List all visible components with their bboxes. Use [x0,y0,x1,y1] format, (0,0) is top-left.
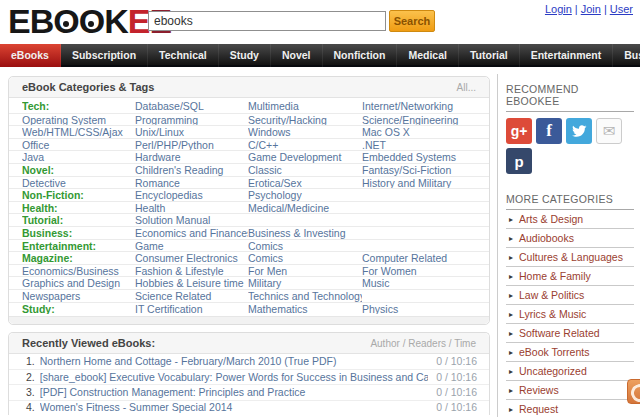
recent-ebook-link[interactable]: [PDF] Construction Management: Principle… [40,385,428,400]
tag-link-psychology[interactable]: Psychology [248,189,362,201]
tag-link-consumer-electronics[interactable]: Consumer Electronics [135,252,248,264]
tag-link-game[interactable]: Game [135,240,248,252]
facebook-icon[interactable]: f [536,118,562,144]
top-link-join[interactable]: Join [581,3,601,15]
tag-link-multimedia[interactable]: Multimedia [248,100,362,113]
nav-item-business[interactable]: Business [613,44,640,67]
tag-link-detective[interactable]: Detective [22,177,135,189]
tag-link-technics-and-technology[interactable]: Technics and Technology [248,290,362,302]
twitter-icon[interactable] [566,118,592,144]
nav-item-tutorial[interactable]: Tutorial [459,44,520,67]
tag-link-physics[interactable]: Physics [362,303,489,315]
tag-link-science-engineering[interactable]: Science/Engineering [362,114,489,126]
sidebar-category-software-related[interactable]: ▸Software Related [506,324,634,343]
tag-link-comics[interactable]: Comics [248,252,362,264]
tag-link-romance[interactable]: Romance [135,177,248,189]
sidebar-category-cultures-languages[interactable]: ▸Cultures & Languages [506,248,634,267]
nav-item-study[interactable]: Study [219,44,271,67]
tag-link-for-men[interactable]: For Men [248,265,362,277]
tag-link-game-development[interactable]: Game Development [248,151,362,163]
tag-link-music[interactable]: Music [362,277,489,289]
tag-link-hardware[interactable]: Hardware [135,151,248,163]
tag-link-operating-system[interactable]: Operating System [22,114,135,126]
search-button[interactable]: Search [389,10,435,32]
nav-item-novel[interactable]: Novel [271,44,323,67]
search-input[interactable] [148,11,386,31]
top-link-user[interactable]: User [610,3,633,15]
tag-link-economics-business[interactable]: Economics/Business [22,265,135,277]
tag-link-web-html-css-ajax[interactable]: Web/HTML/CSS/Ajax [22,126,135,138]
tag-link-mac-os-x[interactable]: Mac OS X [362,126,489,138]
sidebar-category-ebook-torrents[interactable]: ▸eBook Torrents [506,343,634,362]
tag-link-classic[interactable]: Classic [248,164,362,176]
nav-item-technical[interactable]: Technical [148,44,219,67]
tag-link-fantasy-sci-fiction[interactable]: Fantasy/Sci-Fiction [362,164,489,176]
nav-item-ebooks[interactable]: eBooks [0,44,61,67]
sidebar-category-uncategorized[interactable]: ▸Uncategorized [506,362,634,381]
category-label-non-fiction[interactable]: Non-Fiction: [22,189,135,201]
tag-link-it-certification[interactable]: IT Certification [135,303,248,315]
tag-link-fashion-lifestyle[interactable]: Fashion & Lifestyle [135,265,248,277]
tag-link-computer-related[interactable]: Computer Related [362,252,489,264]
tag-link-security-hacking[interactable]: Security/Hacking [248,114,362,126]
tag-link-hobbies-leisure-time[interactable]: Hobbies & Leisure time [135,277,248,289]
tag-link-windows[interactable]: Windows [248,126,362,138]
category-label-health[interactable]: Health: [22,202,135,214]
tag-link-office[interactable]: Office [22,139,135,151]
category-label-magazine[interactable]: Magazine: [22,252,135,264]
tag-link-unix-linux[interactable]: Unix/Linux [135,126,248,138]
tag-link-science-related[interactable]: Science Related [135,290,248,302]
content-sidebar-divider [497,74,498,417]
email-icon[interactable]: ✉ [596,118,622,144]
tag-link-medical-medicine[interactable]: Medical/Medicine [248,202,362,214]
tag-link-graphics-and-design[interactable]: Graphics and Design [22,277,135,289]
category-label-entertainment[interactable]: Entertainment: [22,240,135,252]
pocket-icon[interactable]: p [506,148,532,174]
category-label-tech[interactable]: Tech: [22,100,135,113]
feed-badge-icon[interactable] [627,379,640,404]
ebookee-logo[interactable]: EBOOKEE [8,2,171,41]
category-label-novel[interactable]: Novel: [22,164,135,176]
tag-link-newspapers[interactable]: Newspapers [22,290,135,302]
recent-ebook-link[interactable]: Women's Fitness - Summer Special 2014 [40,400,428,415]
tag-link-net[interactable]: .NET [362,139,489,151]
tag-link-java[interactable]: Java [22,151,135,163]
tag-link-solution-manual[interactable]: Solution Manual [135,214,248,226]
tag-link-health[interactable]: Health [135,202,248,214]
tag-link-internet-networking[interactable]: Internet/Networking [362,100,489,113]
tag-link-children-s-reading[interactable]: Children's Reading [135,164,248,176]
tag-link-database-sql[interactable]: Database/SQL [135,100,248,113]
category-label-business[interactable]: Business: [22,227,135,239]
recent-ebook-link[interactable]: Northern Home and Cottage - February/Mar… [40,354,428,369]
nav-item-subscription[interactable]: Subscription [61,44,148,67]
all-categories-link[interactable]: All... [457,77,476,98]
tag-link-embedded-systems[interactable]: Embedded Systems [362,151,489,163]
nav-item-medical[interactable]: Medical [397,44,459,67]
googleplus-icon[interactable]: g+ [506,118,532,144]
top-link-login[interactable]: Login [545,3,572,15]
tag-link-for-women[interactable]: For Women [362,265,489,277]
tag-link-programming[interactable]: Programming [135,114,248,126]
tag-link-c-c[interactable]: C/C++ [248,139,362,151]
tag-link-history-and-military[interactable]: History and Military [362,177,489,189]
sidebar-category-home-family[interactable]: ▸Home & Family [506,267,634,286]
tag-link-mathematics[interactable]: Mathematics [248,303,362,315]
category-label-study[interactable]: Study: [22,303,135,315]
sidebar-category-reviews[interactable]: ▸Reviews [506,381,634,400]
tag-link-economics-and-finances[interactable]: Economics and Finances [135,227,248,239]
tag-link-business-investing[interactable]: Business & Investing [248,227,362,239]
sidebar-category-arts-design[interactable]: ▸Arts & Design [506,210,634,229]
sidebar-category-law-politics[interactable]: ▸Law & Politics [506,286,634,305]
nav-item-nonfiction[interactable]: Nonfiction [323,44,398,67]
nav-item-entertainment[interactable]: Entertainment [520,44,614,67]
sidebar-category-lyrics-music[interactable]: ▸Lyrics & Music [506,305,634,324]
tag-link-erotica-sex[interactable]: Erotica/Sex [248,177,362,189]
sidebar-category-audiobooks[interactable]: ▸Audiobooks [506,229,634,248]
tag-link-military[interactable]: Military [248,277,362,289]
category-label-tutorial[interactable]: Tutorial: [22,214,135,226]
tag-link-perl-php-python[interactable]: Perl/PHP/Python [135,139,248,151]
tag-link-comics[interactable]: Comics [248,240,362,252]
tag-link-encyclopedias[interactable]: Encyclopedias [135,189,248,201]
recent-ebook-link[interactable]: [share_ebook] Executive Vocabulary: Powe… [40,370,428,385]
sidebar-category-request[interactable]: ▸Request [506,400,634,417]
